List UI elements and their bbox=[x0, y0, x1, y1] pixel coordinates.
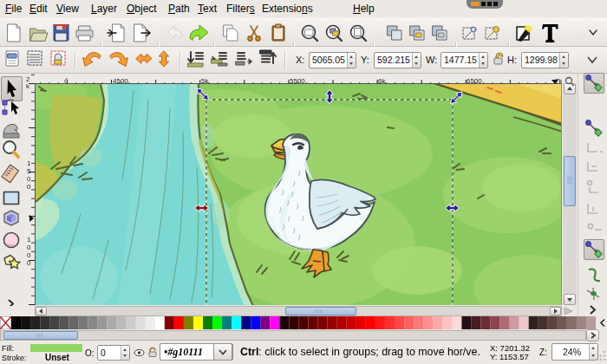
svg-text:0: 0 bbox=[27, 183, 31, 191]
svg-text:0: 0 bbox=[27, 259, 31, 267]
svg-text:0: 0 bbox=[27, 244, 31, 251]
svg-text:0: 0 bbox=[27, 175, 31, 183]
svg-text:0: 0 bbox=[27, 251, 31, 259]
svg-text:1: 1 bbox=[27, 236, 31, 244]
svg-text:5: 5 bbox=[27, 167, 31, 175]
svg-text:1: 1 bbox=[27, 159, 31, 167]
